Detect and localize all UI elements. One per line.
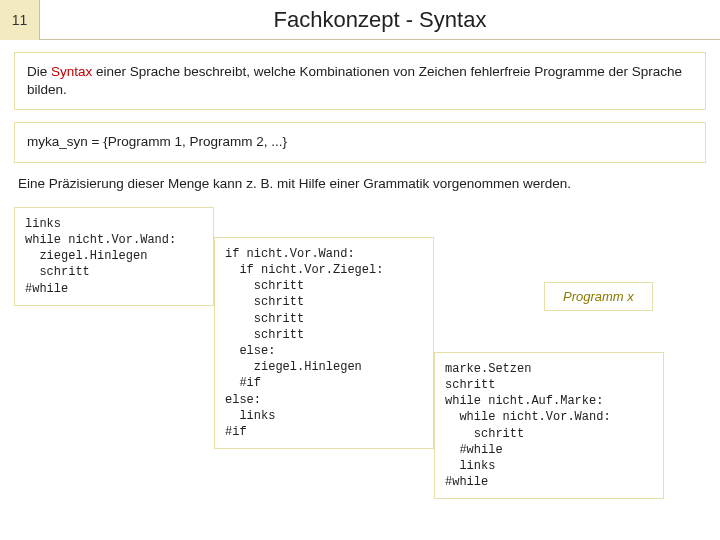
syntax-keyword: Syntax: [51, 64, 92, 79]
slide-header: 11 Fachkonzept - Syntax: [0, 0, 720, 40]
code-example-2: if nicht.Vor.Wand: if nicht.Vor.Ziegel: …: [214, 237, 434, 449]
slide-title: Fachkonzept - Syntax: [40, 7, 720, 33]
code-example-1: links while nicht.Vor.Wand: ziegel.Hinle…: [14, 207, 214, 306]
set-definition-box: myka_syn = {Programm 1, Programm 2, ...}: [14, 122, 706, 162]
slide-number: 11: [12, 12, 28, 28]
description-text: Eine Präzisierung dieser Menge kann z. B…: [18, 175, 702, 193]
set-definition-text: myka_syn = {Programm 1, Programm 2, ...}: [27, 134, 287, 149]
code-examples-area: links while nicht.Vor.Wand: ziegel.Hinle…: [14, 207, 706, 527]
program-label: Programm x: [544, 282, 653, 311]
definition-pre: Die: [27, 64, 51, 79]
code-example-3: marke.Setzen schritt while nicht.Auf.Mar…: [434, 352, 664, 500]
definition-box: Die Syntax einer Sprache beschreibt, wel…: [14, 52, 706, 110]
definition-post: einer Sprache beschreibt, welche Kombina…: [27, 64, 682, 97]
slide-number-box: 11: [0, 0, 40, 40]
